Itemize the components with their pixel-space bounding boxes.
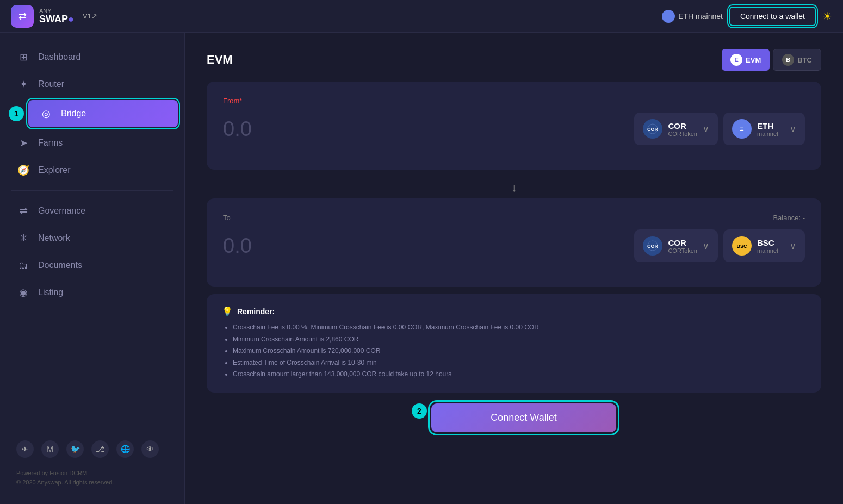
to-network-name: BSC (757, 238, 784, 247)
social-links: ✈ M 🐦 ⎇ 🌐 👁 (0, 432, 184, 466)
from-token-info: COR CORToken (668, 121, 697, 137)
documents-icon: 🗂 (16, 258, 30, 272)
sidebar-item-label: Network (38, 233, 70, 243)
sidebar-item-documents[interactable]: 🗂 Documents (0, 252, 184, 279)
to-token-info: COR CORToken (668, 238, 697, 254)
from-network-selector[interactable]: Ξ ETH mainnet ∨ (723, 113, 805, 145)
to-network-selector[interactable]: BSC BSC mainnet ∨ (723, 229, 805, 262)
twitter-icon[interactable]: 🐦 (66, 440, 84, 458)
listing-icon: ◉ (16, 285, 30, 300)
sidebar-item-dashboard[interactable]: ⊞ Dashboard (0, 43, 184, 71)
from-amount-input[interactable] (223, 117, 386, 141)
from-token-selector[interactable]: COR COR CORToken ∨ (634, 113, 718, 145)
btc-tab-icon: B (782, 54, 794, 66)
to-header: To Balance: - (223, 214, 805, 222)
copyright: © 2020 Anyswap. All rights reserved. (16, 478, 168, 488)
telegram-icon[interactable]: ✈ (16, 440, 34, 458)
from-token-chevron: ∨ (703, 124, 709, 134)
sidebar-footer: Powered by Fusion DCRM © 2020 Anyswap. A… (0, 466, 184, 493)
sidebar-item-network[interactable]: ✳ Network (0, 225, 184, 252)
sidebar-item-bridge[interactable]: ◎ Bridge (28, 100, 178, 127)
reminder-list: Crosschain Fee is 0.00 %, Minimum Crossc… (222, 322, 806, 381)
balance-text: Balance: - (773, 214, 805, 222)
evm-tab-icon: E (730, 54, 742, 66)
from-underline (223, 154, 805, 154)
sidebar-item-label: Listing (38, 288, 63, 297)
sidebar-item-router[interactable]: ✦ Router (0, 71, 184, 98)
to-network-sub: mainnet (757, 247, 784, 254)
sidebar-item-farms[interactable]: ➤ Farms (0, 129, 184, 157)
main-content: EVM E EVM B BTC From* (185, 33, 843, 504)
network-icon: ✳ (16, 231, 30, 245)
tab-btc[interactable]: B BTC (773, 49, 821, 71)
connect-wallet-container: 2 Connect Wallet (207, 403, 821, 432)
eye-icon[interactable]: 👁 (141, 440, 159, 458)
btc-tab-label: BTC (797, 56, 812, 64)
to-token-selector[interactable]: COR COR CORToken ∨ (634, 229, 718, 262)
bridge-icon: ◎ (39, 107, 53, 121)
to-underline (223, 271, 805, 271)
network-selector[interactable]: Ξ ETH mainnet (662, 10, 723, 23)
powered-by: Powered by Fusion DCRM (16, 469, 168, 478)
reminder-title: 💡 Reminder: (222, 306, 806, 316)
explorer-icon: 🧭 (16, 163, 30, 177)
logo-text: ANY SWAP● (39, 8, 74, 24)
page-title: EVM (207, 53, 233, 67)
svg-text:BSC: BSC (736, 244, 747, 249)
evm-tab-label: EVM (746, 56, 761, 64)
sidebar-item-label: Farms (38, 138, 63, 148)
logo-swap: SWAP● (39, 14, 74, 24)
logo-version: V1↗ (83, 12, 97, 20)
sidebar-divider (11, 190, 173, 191)
to-row: 0.0 COR COR CORToken ∨ BS (223, 229, 805, 262)
content-header: EVM E EVM B BTC (207, 49, 821, 71)
github-icon[interactable]: ⎇ (91, 440, 109, 458)
svg-text:COR: COR (647, 244, 658, 249)
logo-icon: ⇄ (11, 5, 34, 28)
reminder-item-5: Crosschain amount larger than 143,000,00… (233, 369, 806, 381)
sidebar-item-label: Explorer (38, 165, 71, 175)
connect-wallet-header-button[interactable]: Connect to a wallet (729, 7, 816, 26)
sidebar-item-label: Documents (38, 260, 82, 270)
main-layout: ⊞ Dashboard ✦ Router 1 ◎ Bridge ➤ Farms … (0, 33, 843, 504)
theme-toggle-icon[interactable]: ☀ (822, 10, 832, 23)
from-token-name: COR (668, 121, 697, 130)
bsc-network-logo: BSC (732, 236, 752, 256)
header-right: Ξ ETH mainnet Connect to a wallet ☀ (662, 7, 832, 26)
reminder-item-3: Maximum Crosschain Amount is 720,000,000… (233, 345, 806, 357)
sidebar-item-label: Router (38, 79, 64, 89)
sidebar-item-explorer[interactable]: 🧭 Explorer (0, 157, 184, 184)
reminder-item-1: Crosschain Fee is 0.00 %, Minimum Crossc… (233, 322, 806, 334)
from-network-name: ETH (757, 121, 784, 130)
from-row: COR COR CORToken ∨ Ξ ETH (223, 113, 805, 145)
sidebar-item-governance[interactable]: ⇌ Governance (0, 197, 184, 225)
from-token-sub: CORToken (668, 130, 697, 137)
network-label: ETH mainnet (678, 12, 723, 21)
to-network-chevron: ∨ (790, 241, 796, 251)
dashboard-icon: ⊞ (16, 50, 30, 64)
cor-token-logo: COR (643, 119, 662, 139)
sidebar-item-label: Governance (38, 206, 85, 216)
medium-icon[interactable]: M (41, 440, 59, 458)
eth-network-logo: Ξ (732, 119, 752, 139)
header: ⇄ ANY SWAP● V1↗ Ξ ETH mainnet Connect to… (0, 0, 843, 33)
farms-icon: ➤ (16, 136, 30, 150)
annotation-badge-2: 2 (412, 403, 427, 419)
tab-evm[interactable]: E EVM (722, 49, 770, 71)
to-amount: 0.0 (223, 234, 252, 258)
from-card: From* COR COR CORToken ∨ (207, 82, 821, 170)
from-network-info: ETH mainnet (757, 121, 784, 137)
token-selectors-from: COR COR CORToken ∨ Ξ ETH (634, 113, 805, 145)
reminder-icon: 💡 (222, 306, 233, 316)
to-network-info: BSC mainnet (757, 238, 784, 254)
connect-wallet-main-button[interactable]: Connect Wallet (431, 403, 616, 432)
web-icon[interactable]: 🌐 (116, 440, 134, 458)
to-card: To Balance: - 0.0 COR COR CORToken ∨ (207, 198, 821, 287)
network-tabs: E EVM B BTC (722, 49, 821, 71)
to-token-chevron: ∨ (703, 241, 709, 251)
governance-icon: ⇌ (16, 204, 30, 218)
sidebar-item-label: Dashboard (38, 52, 80, 62)
sidebar: ⊞ Dashboard ✦ Router 1 ◎ Bridge ➤ Farms … (0, 33, 185, 504)
sidebar-item-listing[interactable]: ◉ Listing (0, 279, 184, 306)
cor-token-logo-to: COR (643, 236, 662, 256)
